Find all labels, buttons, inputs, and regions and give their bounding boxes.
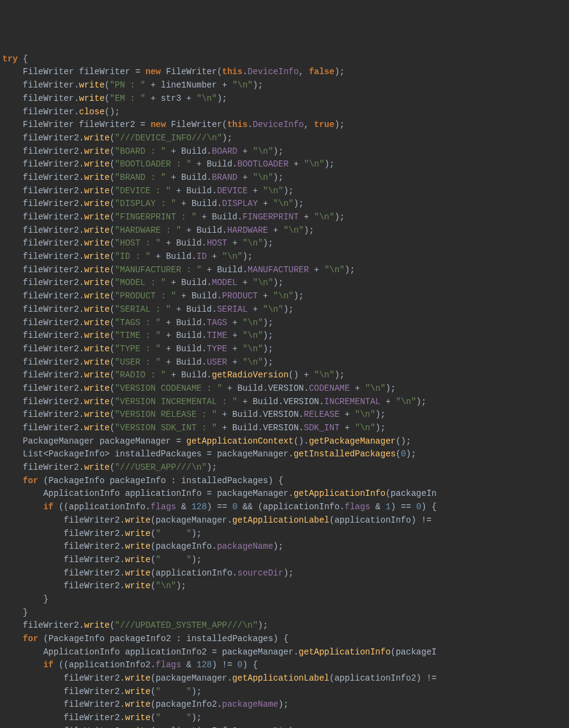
class: Build	[217, 265, 243, 275]
number: 0	[416, 502, 421, 512]
string: "///UPDATED_SYSTEM_APP///\n"	[115, 620, 258, 630]
ctor: FileWriter	[171, 120, 222, 129]
method: write	[84, 370, 109, 380]
var: fileWriter2	[23, 186, 79, 196]
var: applicationInfo	[69, 502, 145, 512]
var: fileWriter2	[23, 225, 79, 235]
var: packageManager	[100, 436, 171, 446]
string: "\n"	[222, 252, 243, 261]
method: write	[84, 304, 109, 314]
string: "\n"	[304, 159, 325, 169]
method: write	[84, 252, 109, 261]
class: Build	[232, 410, 258, 419]
method: write	[125, 515, 151, 525]
class: Build	[187, 304, 212, 314]
number: 1	[385, 502, 390, 512]
code-editor[interactable]: try { FileWriter fileWriter = new FileWr…	[0, 53, 569, 728]
kw-for: for	[23, 634, 38, 644]
class: Build	[176, 344, 202, 354]
method: write	[125, 713, 151, 723]
method: write	[84, 462, 109, 472]
var: applicationInfo2	[69, 660, 150, 670]
string: "\n"	[253, 278, 274, 287]
method: write	[84, 265, 109, 275]
var: packageInfo2	[156, 699, 217, 709]
string: "///USER_APP///\n"	[115, 462, 207, 472]
string: "\n"	[273, 199, 294, 208]
string: "RADIO : "	[115, 370, 166, 380]
var: fileWriter	[79, 67, 130, 77]
method: write	[84, 318, 109, 328]
type: List	[23, 449, 44, 459]
string: "TYPE : "	[115, 344, 161, 354]
var: applicationInfo	[125, 489, 202, 498]
var: fileWriter2	[23, 173, 79, 182]
var: fileWriter2	[23, 199, 79, 208]
string: "MODEL : "	[115, 278, 166, 287]
method: write	[125, 581, 151, 591]
string: "///DEVICE_INFO///\n"	[115, 133, 222, 143]
field: TIME	[207, 331, 227, 340]
string: "MANUFACTURER : "	[115, 265, 202, 275]
string: " "	[156, 555, 191, 565]
method: write	[125, 541, 151, 551]
var: fileWriter2	[23, 383, 79, 393]
var: fileWriter2	[23, 252, 79, 261]
kw-if: if	[43, 502, 53, 512]
kw-this: this	[222, 67, 243, 77]
var: packageManager	[217, 489, 289, 498]
field: sourceDir	[238, 568, 284, 578]
string: " "	[156, 529, 191, 538]
string: "\n"	[243, 344, 263, 354]
field: INCREMENTAL	[324, 397, 380, 407]
var: fileWriter2	[23, 462, 79, 472]
var: applicationInfo	[156, 568, 232, 578]
method: getApplicationInfo	[298, 647, 390, 657]
string: "\n"	[196, 94, 217, 103]
class: VERSION	[263, 410, 299, 419]
string: "\n"	[283, 225, 304, 235]
method: write	[84, 186, 109, 196]
class: Build	[166, 252, 191, 261]
var: fileWriter2	[64, 713, 120, 723]
kw-if: if	[43, 660, 53, 670]
string: "BRAND : "	[115, 173, 166, 182]
class: VERSION	[283, 397, 319, 407]
class: Build	[176, 318, 202, 328]
var: packageManager	[222, 647, 294, 657]
var: packageInfo	[109, 476, 165, 486]
var: str3	[160, 94, 181, 103]
var: fileWriter2	[23, 410, 79, 419]
method: write	[125, 687, 151, 696]
string: "\n"	[396, 397, 416, 407]
method: getInstalledPackages	[294, 449, 396, 459]
field: SDK_INT	[304, 423, 340, 433]
string: "TAGS : "	[115, 318, 161, 328]
string: "\n"	[253, 146, 274, 156]
field: flags	[345, 502, 370, 512]
var: packageI	[396, 647, 436, 657]
string: "\n"	[355, 410, 376, 419]
string: "\n"	[156, 581, 176, 591]
type: PackageInfo	[49, 634, 105, 644]
class: Build	[181, 146, 207, 156]
var: fileWriter	[23, 107, 74, 117]
var: fileWriter2	[23, 278, 79, 287]
string: "\n"	[243, 357, 263, 367]
method: getApplicationInfo	[294, 489, 385, 498]
field: DISPLAY	[222, 199, 258, 208]
var: fileWriter2	[64, 515, 120, 525]
method: getApplicationContext	[186, 436, 293, 446]
method: write	[84, 278, 109, 287]
string: "SERIAL : "	[115, 304, 171, 314]
var: fileWriter2	[23, 318, 79, 328]
var: installedPackages	[181, 476, 268, 486]
class: Build	[176, 238, 202, 248]
class: VERSION	[268, 383, 304, 393]
kw-new: new	[145, 67, 160, 77]
method: write	[84, 291, 109, 301]
field: HARDWARE	[227, 225, 268, 235]
string: "TIME : "	[115, 331, 161, 340]
number: 0	[401, 449, 405, 459]
field: BOOTLOADER	[238, 159, 289, 169]
